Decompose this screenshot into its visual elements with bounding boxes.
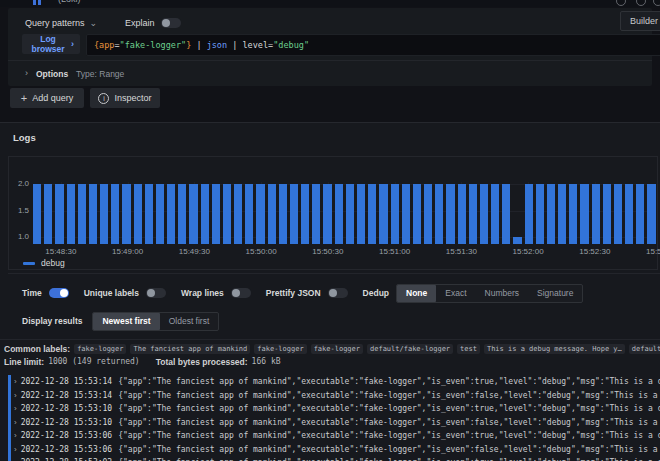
dedup-option-numbers[interactable]: Numbers	[476, 285, 528, 302]
log-timestamp: 2022-12-28 15:53:06	[21, 431, 113, 440]
chart-bar	[290, 184, 298, 244]
chart-bar	[569, 184, 577, 244]
chart-bar	[357, 184, 365, 244]
chart-bar	[279, 184, 287, 244]
query-token: |	[191, 40, 206, 50]
log-level-indicator	[8, 416, 11, 430]
chart-bar	[480, 184, 488, 244]
total-bytes-label: Total bytes processed:	[156, 357, 248, 367]
time-toggle[interactable]	[49, 288, 69, 298]
log-timestamp: 2022-12-28 15:53:06	[21, 445, 113, 454]
chart-bar	[323, 184, 331, 244]
loki-datasource-icon	[33, 0, 42, 5]
expand-row-icon[interactable]: ›	[14, 418, 17, 427]
sort-order-group: Newest firstOldest first	[92, 312, 219, 331]
log-row[interactable]: ›2022-12-28 15:53:10{"app":"The fanciest…	[8, 402, 660, 416]
builder-mode-label: Builder	[630, 16, 658, 26]
chart-bar	[558, 184, 566, 244]
chart-bar	[368, 184, 376, 244]
chart-bar	[391, 184, 399, 244]
editor-mode-switch[interactable]: Builder Beta	[620, 11, 660, 31]
log-timestamp: 2022-12-28 15:53:10	[21, 418, 113, 427]
log-level-indicator	[8, 375, 11, 389]
logs-panel-title: Logs	[13, 132, 36, 143]
order-option-newest-first[interactable]: Newest first	[93, 313, 159, 330]
chart-bar	[44, 184, 52, 244]
log-timestamp: 2022-12-28 15:53:14	[21, 391, 113, 400]
toggle-knob	[232, 289, 240, 297]
line-limit-label: Line limit:	[4, 357, 44, 367]
expand-row-icon[interactable]: ›	[14, 377, 17, 386]
dedup-option-none[interactable]: None	[397, 285, 436, 302]
chart-bar	[636, 184, 644, 244]
order-option-oldest-first[interactable]: Oldest first	[160, 313, 219, 330]
chart-bar	[402, 184, 410, 244]
add-query-button[interactable]: + Add query	[10, 88, 84, 108]
x-axis-tick-label: 15:51:00	[379, 247, 410, 256]
expand-row-icon[interactable]: ›	[14, 391, 17, 400]
log-level-indicator	[8, 389, 11, 403]
wrap-lines-toggle[interactable]	[231, 288, 251, 298]
dedup-option-signature[interactable]: Signature	[528, 285, 582, 302]
explain-toggle[interactable]	[161, 18, 181, 28]
dedup-option-exact[interactable]: Exact	[436, 285, 475, 302]
chart-bar	[223, 184, 231, 244]
chart-bar	[603, 184, 611, 244]
logql-query-input[interactable]: {app="fake-logger"} | json | level="debu…	[86, 34, 660, 56]
prettify-json-toggle[interactable]	[328, 288, 348, 298]
log-row[interactable]: ›2022-12-28 15:53:14{"app":"The fanciest…	[8, 389, 660, 403]
chart-bar	[55, 184, 63, 244]
log-row[interactable]: ›2022-12-28 15:53:14{"app":"The fanciest…	[8, 375, 660, 389]
query-patterns-dropdown[interactable]: Query patterns ⌄	[25, 18, 97, 28]
chart-bar	[547, 184, 555, 244]
dedup-label: Dedup	[363, 288, 389, 298]
toolbar-icon[interactable]	[636, 0, 646, 6]
log-line-text: {"app":"The fanciest app of mankind","ex…	[118, 404, 660, 413]
log-browser-button[interactable]: Log browser ›	[22, 34, 80, 54]
dedup-control: DedupNoneExactNumbersSignature	[363, 284, 584, 303]
logs-volume-chart: 1.01.52.0 15:48:3015:49:0015:49:3015:50:…	[8, 156, 658, 270]
chart-bar	[111, 184, 119, 244]
inspector-button[interactable]: i Inspector	[90, 88, 160, 108]
chart-bar	[525, 184, 533, 244]
chart-bar	[458, 184, 466, 244]
chart-bar	[580, 184, 588, 244]
options-summary: Type: Range	[76, 69, 124, 79]
log-row[interactable]: ›2022-12-28 15:53:06{"app":"The fanciest…	[8, 443, 660, 457]
chart-bar	[379, 184, 387, 244]
common-label-badge: This is a debug message. Hope y…	[484, 344, 625, 354]
chart-bar	[491, 184, 499, 244]
chart-bar	[614, 184, 622, 244]
log-row[interactable]: ›2022-12-28 15:53:10{"app":"The fanciest…	[8, 416, 660, 430]
query-editor-panel: Query patterns ⌄ Explain Builder Beta Lo…	[8, 8, 652, 86]
toolbar-icon[interactable]	[616, 0, 626, 6]
common-label-badge: default/fake-logger	[367, 344, 453, 354]
x-axis-tick-label: 15:50:00	[245, 247, 276, 256]
toolbar-icon[interactable]	[653, 0, 660, 6]
chart-bars	[33, 182, 656, 244]
dedup-options-group: NoneExactNumbersSignature	[396, 284, 583, 303]
x-axis-tick-label: 15:48:30	[45, 247, 76, 256]
chevron-down-icon: ⌄	[90, 19, 98, 28]
chart-bar	[413, 184, 421, 244]
expand-row-icon[interactable]: ›	[14, 404, 17, 413]
divider	[0, 339, 660, 340]
unique-labels-toggle[interactable]	[146, 288, 166, 298]
legend-item-debug[interactable]: debug	[23, 258, 65, 268]
expand-row-icon[interactable]: ›	[14, 431, 17, 440]
chart-bar	[189, 184, 197, 244]
log-row[interactable]: ›2022-12-28 15:53:02{"app":"The fanciest…	[8, 456, 660, 461]
expand-row-icon[interactable]: ›	[14, 445, 17, 454]
chevron-right-icon: ›	[71, 40, 74, 49]
options-collapse-row[interactable]: › Options Type: Range	[8, 60, 652, 86]
query-token: json	[207, 40, 227, 50]
info-circle-icon: i	[98, 93, 109, 104]
common-label-badge: test	[457, 344, 480, 354]
datasource-name-suffix: (Loki)	[58, 0, 81, 4]
chart-bar	[502, 184, 510, 244]
log-row[interactable]: ›2022-12-28 15:53:06{"app":"The fanciest…	[8, 429, 660, 443]
log-level-indicator	[8, 402, 11, 416]
log-line-text: {"app":"The fanciest app of mankind","ex…	[118, 391, 660, 400]
toggle-label: Prettify JSON	[266, 288, 321, 298]
chart-bar	[435, 184, 443, 244]
